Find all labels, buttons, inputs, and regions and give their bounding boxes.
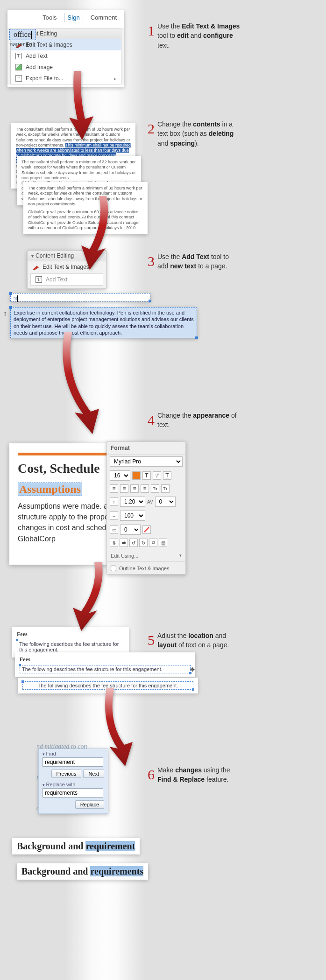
step-5-caption: 5 Adjust the location and layout of text…: [148, 631, 241, 651]
replace-with-label: Replace with: [39, 780, 108, 787]
step-6-caption: 6 Make changes using the Find & Replace …: [148, 765, 241, 785]
step-2-caption: 2 Change the contents in a text box (suc…: [148, 119, 241, 148]
rotate-ccw-button[interactable]: ↺: [129, 539, 138, 547]
chevron-down-icon: ▾: [179, 553, 182, 558]
step-1-caption: 1 Use the Edit Text & Images tool to edi…: [148, 21, 241, 50]
fees-title-2: Fees: [20, 656, 191, 663]
ibeam-cursor-icon: I: [4, 310, 6, 317]
export-icon: [15, 75, 22, 82]
replace-image-button[interactable]: ▤: [159, 539, 167, 547]
char-spacing-label: AV: [147, 499, 153, 504]
step-4-number: 4: [148, 410, 155, 430]
align-left-button[interactable]: ≡: [110, 484, 118, 493]
tool-add-text[interactable]: TAdd Text: [11, 50, 121, 62]
font-family-select[interactable]: Myriad Pro: [110, 456, 183, 467]
align-right-button[interactable]: ≡: [130, 484, 139, 493]
stroke-color-swatch[interactable]: [142, 525, 151, 534]
next-button[interactable]: Next: [83, 770, 104, 778]
step-1-number: 1: [148, 21, 155, 41]
selected-text-assumptions[interactable]: Assumptions: [18, 483, 82, 496]
line-height-icon: ↕: [110, 497, 118, 506]
pencil-icon: [32, 264, 39, 270]
arrow-3-4: [55, 332, 111, 437]
add-text-icon: T: [35, 276, 42, 283]
step-3-caption: 3 Use the Add Text tool to add new text …: [148, 252, 241, 272]
step-2-number: 2: [148, 119, 155, 139]
add-image-icon: [15, 64, 22, 70]
chevron-right-icon: ▸: [114, 76, 116, 81]
arrow-4-5: [69, 562, 116, 634]
line-height-select[interactable]: 1.20: [120, 497, 145, 507]
result-box-2: Background and requirements: [17, 863, 148, 880]
stroke-width-select[interactable]: 0: [120, 525, 141, 535]
superscript-button[interactable]: T₂: [151, 484, 159, 493]
step-5-number: 5: [148, 630, 155, 651]
color-swatch[interactable]: [132, 471, 141, 480]
text-cursor-icon: [17, 295, 18, 302]
fees-box-2: Fees The following describes the fee str…: [15, 652, 195, 677]
flip-h-button[interactable]: ⇄: [120, 539, 128, 547]
highlight-requirements: requirements: [90, 866, 143, 876]
move-cursor-icon: ✥: [190, 666, 195, 673]
align-center-button[interactable]: ≡: [120, 484, 128, 493]
tab-bar: Tools Sign Comment: [7, 10, 124, 25]
char-spacing-select[interactable]: 0: [155, 497, 176, 507]
add-text-icon: T: [15, 53, 22, 59]
italic-button[interactable]: T: [153, 471, 161, 480]
fees-line-1[interactable]: The following describes the fee structur…: [17, 640, 124, 654]
highlight-requirement: requirement: [85, 841, 135, 851]
tab-sign[interactable]: Sign: [64, 13, 83, 22]
horizontal-scale-icon: ↔: [110, 511, 118, 520]
tool-add-text-2[interactable]: TAdd Text: [30, 273, 103, 286]
doc-text-fragment: nager to: [9, 40, 32, 48]
fees-line-2[interactable]: The following describes the fee structur…: [20, 665, 191, 673]
arrow-2-3: [78, 196, 125, 273]
replace-input[interactable]: [43, 788, 103, 798]
edit-using-menu[interactable]: Edit Using... ▾: [107, 551, 185, 560]
align-justify-button[interactable]: ≡: [141, 484, 149, 493]
rotate-cw-button[interactable]: ↻: [139, 539, 148, 547]
text-cursor-icon: [31, 31, 32, 39]
arrow-5-6: [92, 688, 139, 769]
subscript-button[interactable]: T₂: [161, 484, 170, 493]
arrow-1-2: [60, 71, 97, 143]
flip-v-button[interactable]: ⇅: [110, 539, 118, 547]
previous-button[interactable]: Previous: [51, 770, 82, 778]
selected-text-office[interactable]: office: [9, 29, 36, 40]
crop-button[interactable]: ⧉: [149, 539, 157, 547]
step-3-number: 3: [148, 251, 155, 272]
replace-button[interactable]: Replace: [75, 800, 104, 809]
font-size-select[interactable]: 16: [110, 470, 130, 481]
empty-text-box[interactable]: nt: [10, 293, 150, 301]
tab-tools[interactable]: Tools: [40, 13, 59, 22]
result-box-1: Background and requirement: [12, 838, 140, 854]
outline-text-images-checkbox[interactable]: Outline Text & Images: [107, 563, 185, 574]
step-6-number: 6: [148, 764, 155, 785]
horizontal-scale-select[interactable]: 100: [120, 511, 145, 521]
format-header: Format: [107, 442, 185, 455]
bold-button[interactable]: T: [142, 471, 151, 480]
underline-button[interactable]: T: [163, 471, 171, 480]
format-panel: Format Myriad Pro 16 T T T ≡ ≡ ≡ ≡ T₂ T₂…: [106, 441, 186, 574]
tab-comment[interactable]: Comment: [88, 13, 120, 22]
stroke-width-icon: ▭: [110, 525, 118, 534]
step-4-caption: 4 Change the appearance of text.: [148, 411, 241, 430]
